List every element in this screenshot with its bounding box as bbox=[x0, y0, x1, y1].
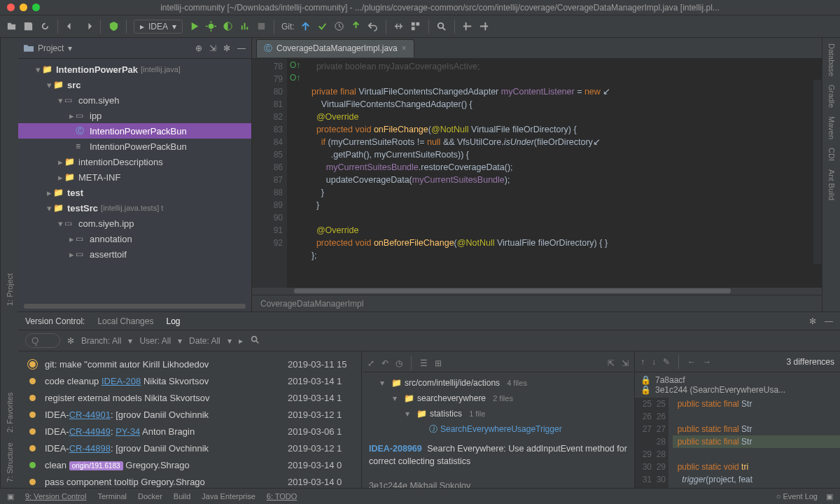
changed-file-node[interactable]: ▾📁searcheverywhere 2 files bbox=[363, 391, 633, 406]
changed-file-node[interactable]: ⒿSearchEverywhereUsageTrigger bbox=[363, 421, 633, 437]
sb-java-enterprise[interactable]: Java Enterprise bbox=[202, 492, 255, 500]
sb-window-icon[interactable]: ▣ bbox=[7, 492, 14, 501]
hide-icon[interactable]: — bbox=[237, 43, 246, 53]
commit-row[interactable]: register external models Nikita Skvortso… bbox=[25, 389, 361, 406]
coverage-icon[interactable] bbox=[222, 21, 233, 32]
breadcrumb[interactable]: CoverageDataManagerImpl bbox=[252, 295, 822, 312]
nav-left-icon[interactable]: ← bbox=[687, 357, 696, 367]
next-diff-icon[interactable]: ↓ bbox=[652, 357, 656, 367]
tree-node[interactable]: ▾▭com.siyeh.ipp bbox=[18, 216, 251, 231]
find-icon[interactable] bbox=[250, 335, 260, 346]
tree-node[interactable]: ▾📁testSrc[intellij.java.tests] t bbox=[18, 200, 251, 216]
tree-node[interactable]: ▸📁META-INF bbox=[18, 169, 251, 185]
locate-icon[interactable]: ⊕ bbox=[195, 43, 202, 53]
commit-row[interactable]: IDEA-CR-44898: [groov Daniil Ovchinnik20… bbox=[25, 440, 361, 456]
project-view-selector[interactable]: Project ▾ bbox=[24, 43, 72, 53]
gear-icon[interactable]: ✻ bbox=[809, 316, 816, 326]
tab-database[interactable]: Database bbox=[827, 43, 836, 76]
sb-version-control[interactable]: 9: Version Control bbox=[25, 492, 86, 500]
undo-icon[interactable] bbox=[65, 21, 76, 32]
debug-icon[interactable] bbox=[205, 21, 216, 32]
refresh-icon[interactable] bbox=[39, 21, 50, 32]
flatten-icon[interactable]: ⊞ bbox=[435, 358, 442, 368]
vcs-history-icon[interactable] bbox=[334, 21, 345, 32]
gear-icon[interactable]: ✻ bbox=[223, 43, 230, 53]
close-tab-icon[interactable]: × bbox=[402, 43, 407, 53]
close-window-button[interactable] bbox=[7, 4, 15, 11]
filter-gear-icon[interactable]: ✻ bbox=[67, 336, 74, 346]
code-area[interactable]: private boolean myJavaCoverageIsActive; … bbox=[287, 59, 822, 288]
tree-h-scrollbar[interactable] bbox=[24, 304, 246, 309]
history-icon[interactable]: ◷ bbox=[396, 358, 402, 368]
nav-right-icon[interactable]: → bbox=[703, 357, 711, 367]
vcs-tab-local[interactable]: Local Changes bbox=[97, 316, 153, 326]
sb-event-log[interactable]: ○ Event Log bbox=[776, 492, 818, 500]
commit-row[interactable]: IDEA-CR-44949: PY-34 Anton Bragin2019-03… bbox=[25, 423, 361, 440]
run-icon[interactable] bbox=[188, 21, 200, 32]
back-icon[interactable] bbox=[462, 21, 473, 32]
tab-gradle[interactable]: Gradle bbox=[827, 85, 836, 108]
vcs-revert-icon[interactable] bbox=[368, 21, 379, 32]
group-icon[interactable]: ☰ bbox=[420, 358, 428, 368]
revert-icon[interactable]: ↶ bbox=[382, 358, 388, 368]
sb-lock-icon[interactable]: ▣ bbox=[826, 492, 833, 501]
tree-node[interactable]: ▾📁src bbox=[18, 77, 251, 92]
editor-h-scrollbar[interactable] bbox=[252, 288, 822, 295]
tab-favorites[interactable]: 2: Favorites bbox=[6, 393, 14, 433]
tree-node[interactable]: ⒸIntentionPowerPackBun bbox=[18, 123, 251, 139]
search-icon[interactable] bbox=[436, 21, 447, 32]
commit-row[interactable]: pass component tooltip Gregory.Shrago201… bbox=[25, 473, 361, 488]
sb-todo[interactable]: 6: TODO bbox=[267, 492, 298, 500]
commit-list[interactable]: git: make "commit autor Kirill Likhodedo… bbox=[18, 351, 361, 488]
vcs-commit-icon[interactable] bbox=[317, 21, 328, 32]
branch-filter[interactable]: Branch: All bbox=[81, 336, 121, 346]
tree-node[interactable]: ▾▭com.siyeh bbox=[18, 92, 251, 108]
changed-file-node[interactable]: ▾📁src/com/intellij/ide/actions 4 files bbox=[363, 375, 633, 391]
maximize-window-button[interactable] bbox=[32, 4, 40, 11]
hide-panel-icon[interactable]: — bbox=[825, 316, 833, 326]
vcs-update-icon[interactable] bbox=[300, 21, 312, 32]
tree-node[interactable]: ▸▭ipp bbox=[18, 108, 251, 123]
stop-icon[interactable] bbox=[255, 21, 267, 32]
commit-row[interactable]: IDEA-CR-44901: [groov Daniil Ovchinnik20… bbox=[25, 406, 361, 423]
tree-node[interactable]: ▸📁test bbox=[18, 185, 251, 200]
editor-tab[interactable]: Ⓒ CoverageDataManagerImpl.java × bbox=[256, 39, 414, 57]
tab-ant[interactable]: Ant Build bbox=[827, 169, 836, 200]
tree-node[interactable]: ▸▭asserttoif bbox=[18, 246, 251, 262]
tab-cdi[interactable]: CDI bbox=[827, 148, 836, 161]
vcs-tab-log[interactable]: Log bbox=[166, 316, 180, 326]
tab-project[interactable]: 1: Project bbox=[6, 274, 14, 306]
prev-diff-icon[interactable]: ↑ bbox=[640, 357, 645, 367]
date-filter[interactable]: Date: All bbox=[189, 336, 220, 346]
minimize-window-button[interactable] bbox=[20, 4, 27, 11]
structure-popup-icon[interactable] bbox=[410, 21, 421, 32]
sb-terminal[interactable]: Terminal bbox=[97, 492, 127, 500]
changed-file-node[interactable]: ▾📁statistics 1 file bbox=[363, 406, 633, 421]
tab-structure[interactable]: 7: Structure bbox=[6, 442, 14, 482]
tree-node[interactable]: ▸▭annotation bbox=[18, 231, 251, 246]
tree-node[interactable]: ▾📁IntentionPowerPak[intellij.java] bbox=[18, 62, 251, 77]
tree-node[interactable]: ▸📁intentionDescriptions bbox=[18, 154, 251, 169]
collapse-icon[interactable]: ⇲ bbox=[209, 43, 216, 53]
edit-icon[interactable]: ✎ bbox=[663, 357, 670, 367]
redo-icon[interactable] bbox=[82, 21, 93, 32]
forward-icon[interactable] bbox=[479, 21, 490, 32]
commit-row[interactable]: code cleanup IDEA-208 Nikita Skvortsov20… bbox=[25, 372, 361, 389]
editor-marker-bar[interactable] bbox=[813, 80, 822, 264]
sb-docker[interactable]: Docker bbox=[138, 492, 162, 500]
commit-row[interactable]: git: make "commit autor Kirill Likhodedo… bbox=[25, 356, 361, 372]
tab-maven[interactable]: Maven bbox=[827, 116, 836, 139]
save-icon[interactable] bbox=[22, 21, 34, 32]
collapse-all-icon[interactable]: ⇲ bbox=[622, 358, 629, 368]
vcs-push-icon[interactable] bbox=[351, 21, 362, 32]
profile-icon[interactable] bbox=[239, 21, 250, 32]
more-filter-icon[interactable]: ▸ bbox=[239, 336, 243, 346]
diff-code-area[interactable]: public static final Str public static fi… bbox=[668, 398, 840, 488]
run-config-selector[interactable]: ▸ IDEA ▾ bbox=[134, 20, 183, 34]
expand-all-icon[interactable]: ⇱ bbox=[608, 358, 615, 368]
open-icon[interactable] bbox=[6, 21, 17, 32]
build-icon[interactable] bbox=[108, 21, 119, 32]
tree-node[interactable]: ≡IntentionPowerPackBun bbox=[18, 139, 251, 154]
sb-build[interactable]: Build bbox=[174, 492, 190, 500]
settings-icon[interactable] bbox=[393, 21, 405, 32]
